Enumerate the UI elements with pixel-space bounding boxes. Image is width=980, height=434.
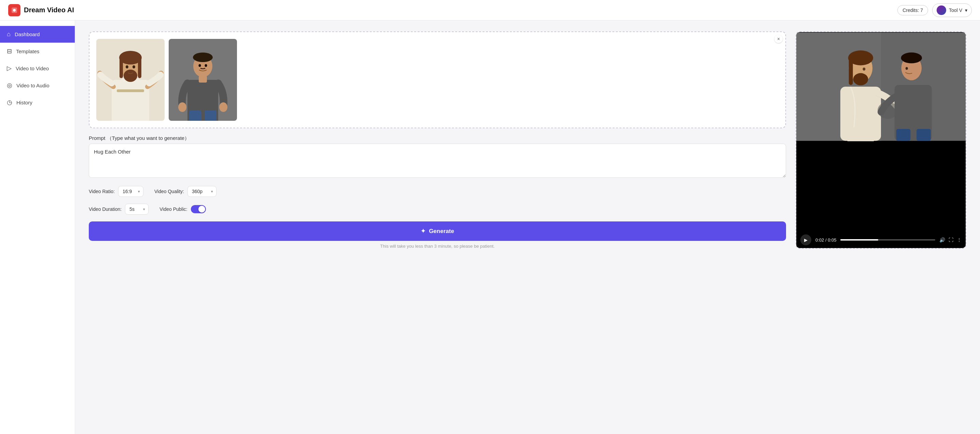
svg-rect-39 bbox=[916, 129, 931, 141]
sidebar-label-dashboard: Dashboard bbox=[15, 32, 40, 37]
video-ratio-select[interactable]: 16:9 9:16 1:1 bbox=[118, 186, 143, 197]
header-right: Credits: 7 Tool V ▾ bbox=[897, 3, 972, 17]
video-preview-area bbox=[796, 32, 966, 141]
svg-point-18 bbox=[199, 64, 201, 67]
sidebar-label-templates: Templates bbox=[16, 48, 39, 54]
video-duration-group: Video Duration: 5s 10s 15s ▾ bbox=[89, 204, 148, 215]
generate-button[interactable]: ✦ Generate bbox=[89, 222, 786, 241]
svg-point-12 bbox=[124, 70, 137, 82]
credits-badge: Credits: 7 bbox=[897, 5, 928, 15]
user-menu[interactable]: Tool V ▾ bbox=[932, 3, 972, 17]
volume-icon[interactable]: 🔊 bbox=[939, 237, 945, 242]
prompt-section: Prompt （Type what you want to generate） … bbox=[89, 135, 786, 179]
sidebar-item-history[interactable]: ◷ History bbox=[0, 94, 75, 111]
prompt-textarea[interactable]: Hug Each Other bbox=[89, 144, 786, 178]
sidebar-item-video-to-video[interactable]: ▷ Video to Video bbox=[0, 60, 75, 77]
video-quality-group: Video Quality: 360p 720p 1080p ▾ bbox=[154, 186, 216, 197]
generate-hint: This will take you less than 3 minute, s… bbox=[89, 244, 786, 249]
templates-icon: ⊟ bbox=[7, 48, 12, 55]
video-public-label: Video Public: bbox=[159, 206, 187, 212]
main-content: × Prompt （Type what you want to generate… bbox=[75, 21, 980, 434]
video-progress-fill bbox=[840, 239, 878, 241]
video-duration-label: Video Duration: bbox=[89, 206, 122, 212]
video-duration-select[interactable]: 5s 10s 15s bbox=[125, 204, 148, 215]
video-to-audio-icon: ◎ bbox=[7, 82, 12, 89]
video-controls-bar: ▶ 0:02 / 0:05 🔊 ⛶ ⋮ bbox=[796, 232, 966, 248]
layout: ⌂ Dashboard ⊟ Templates ▷ Video to Video… bbox=[0, 21, 980, 434]
svg-point-1 bbox=[13, 9, 16, 12]
svg-rect-20 bbox=[189, 111, 201, 121]
image-slot-1[interactable] bbox=[96, 39, 165, 121]
app-logo-icon bbox=[8, 4, 21, 16]
svg-point-10 bbox=[126, 65, 128, 68]
sidebar-item-dashboard[interactable]: ⌂ Dashboard bbox=[0, 26, 75, 43]
video-to-video-icon: ▷ bbox=[7, 65, 12, 72]
sidebar-label-video-to-video: Video to Video bbox=[16, 65, 49, 71]
close-image-button[interactable]: × bbox=[775, 35, 783, 43]
header: Dream Video AI Credits: 7 Tool V ▾ bbox=[0, 0, 980, 21]
svg-point-17 bbox=[193, 52, 213, 62]
sidebar-item-templates[interactable]: ⊟ Templates bbox=[0, 43, 75, 60]
video-time: 0:02 / 0:05 bbox=[815, 238, 836, 242]
sidebar-label-video-to-audio: Video to Audio bbox=[16, 82, 49, 89]
svg-rect-21 bbox=[205, 111, 216, 121]
history-icon: ◷ bbox=[7, 98, 12, 106]
svg-point-37 bbox=[905, 67, 908, 70]
video-ratio-select-wrapper: 16:9 9:16 1:1 ▾ bbox=[118, 186, 143, 197]
svg-point-33 bbox=[853, 73, 868, 85]
sidebar-item-video-to-audio[interactable]: ◎ Video to Audio bbox=[0, 77, 75, 94]
video-quality-select[interactable]: 360p 720p 1080p bbox=[188, 186, 216, 197]
generate-section: ✦ Generate This will take you less than … bbox=[89, 222, 786, 249]
home-icon: ⌂ bbox=[7, 31, 11, 38]
prompt-label: Prompt （Type what you want to generate） bbox=[89, 135, 786, 142]
svg-point-22 bbox=[178, 102, 186, 112]
controls-row-2: Video Duration: 5s 10s 15s ▾ Video Publi… bbox=[89, 204, 786, 215]
svg-rect-38 bbox=[896, 129, 911, 141]
svg-point-36 bbox=[901, 52, 922, 63]
video-quality-select-wrapper: 360p 720p 1080p ▾ bbox=[188, 186, 216, 197]
sidebar: ⌂ Dashboard ⊟ Templates ▷ Video to Video… bbox=[0, 21, 75, 434]
svg-point-19 bbox=[205, 64, 207, 67]
sidebar-label-history: History bbox=[16, 100, 32, 105]
user-name: Tool V bbox=[949, 8, 962, 13]
header-left: Dream Video AI bbox=[8, 4, 74, 16]
left-panel: × Prompt （Type what you want to generate… bbox=[89, 32, 786, 249]
svg-point-32 bbox=[862, 68, 865, 71]
close-icon: × bbox=[777, 36, 780, 42]
svg-rect-30 bbox=[849, 58, 853, 85]
svg-rect-5 bbox=[117, 89, 144, 92]
video-quality-label: Video Quality: bbox=[154, 188, 184, 194]
app-title: Dream Video AI bbox=[24, 6, 74, 14]
controls-row-1: Video Ratio: 16:9 9:16 1:1 ▾ Video Quali… bbox=[89, 186, 786, 197]
content-grid: × Prompt （Type what you want to generate… bbox=[89, 32, 966, 249]
svg-point-40 bbox=[878, 102, 898, 119]
svg-rect-31 bbox=[857, 57, 865, 59]
video-play-button[interactable]: ▶ bbox=[800, 234, 811, 246]
svg-rect-9 bbox=[138, 58, 142, 78]
video-ratio-group: Video Ratio: 16:9 9:16 1:1 ▾ bbox=[89, 186, 143, 197]
svg-rect-8 bbox=[119, 58, 123, 78]
toggle-knob bbox=[198, 206, 205, 212]
fullscreen-icon[interactable]: ⛶ bbox=[948, 237, 953, 242]
video-preview-svg bbox=[796, 32, 966, 141]
image-slot-2[interactable] bbox=[169, 39, 237, 121]
video-ratio-label: Video Ratio: bbox=[89, 188, 115, 194]
video-duration-select-wrapper: 5s 10s 15s ▾ bbox=[125, 204, 148, 215]
video-progress-bar[interactable] bbox=[840, 239, 935, 241]
user-avatar bbox=[937, 5, 946, 15]
video-public-group: Video Public: bbox=[159, 205, 205, 213]
generate-icon: ✦ bbox=[421, 228, 425, 235]
video-preview-panel: ▶ 0:02 / 0:05 🔊 ⛶ ⋮ bbox=[795, 32, 966, 249]
generate-label: Generate bbox=[429, 228, 454, 235]
svg-point-23 bbox=[219, 102, 228, 112]
video-controls-right: 🔊 ⛶ ⋮ bbox=[939, 237, 962, 242]
video-public-toggle[interactable] bbox=[191, 205, 206, 213]
image-upload-area[interactable]: × bbox=[89, 32, 786, 128]
svg-point-11 bbox=[132, 65, 135, 68]
more-options-icon[interactable]: ⋮ bbox=[957, 237, 962, 242]
video-container: ▶ 0:02 / 0:05 🔊 ⛶ ⋮ bbox=[796, 32, 966, 248]
chevron-down-icon: ▾ bbox=[965, 8, 967, 13]
svg-rect-4 bbox=[112, 80, 149, 121]
